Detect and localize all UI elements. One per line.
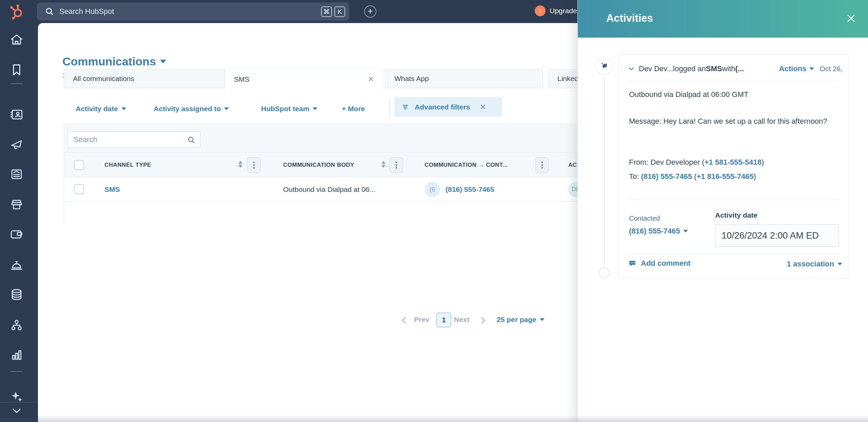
chevron-down-icon	[160, 60, 166, 63]
activity-card-header: Dev Dev... logged an SMS with (... Actio…	[627, 63, 843, 75]
app-window: ⌘ K + ↑ Upgrade	[0, 0, 868, 422]
column-menu-icon[interactable]	[247, 157, 261, 173]
table-row[interactable]: SMS Outbound via Dialpad at 06... (6 (81…	[64, 177, 577, 201]
filter-activity-assigned-to[interactable]: Activity assigned to	[154, 100, 229, 117]
comment-bubble-icon	[628, 259, 637, 268]
shortcut-k-key: K	[334, 6, 345, 17]
collapse-chevron-icon[interactable]	[9, 403, 24, 418]
contacts-book-icon[interactable]	[9, 107, 24, 122]
activity-card: Dev Dev... logged an SMS with (... Actio…	[618, 54, 849, 279]
bar-chart-icon[interactable]	[9, 347, 24, 362]
chevron-right-icon[interactable]	[480, 317, 487, 324]
content-page-icon[interactable]	[9, 167, 24, 182]
close-tab-icon[interactable]: ✕	[368, 75, 374, 84]
next-page-button[interactable]: Next	[454, 316, 470, 324]
to-phone-full-link[interactable]: +1 816-555-7465	[696, 172, 753, 181]
activity-target: (...	[735, 64, 744, 73]
prev-page-button[interactable]: Prev	[414, 316, 430, 324]
bookmark-icon[interactable]	[9, 62, 24, 77]
per-page-dropdown[interactable]: 25 per page	[497, 316, 545, 324]
sidebar-divider	[11, 371, 23, 372]
select-all-checkbox[interactable]	[74, 160, 84, 170]
associations-dropdown[interactable]: 1 association	[787, 260, 842, 268]
home-icon[interactable]	[9, 32, 24, 47]
table-search-input[interactable]	[67, 132, 200, 148]
column-header-activity-assigned[interactable]: ACTIVITY AS	[568, 153, 577, 177]
card-divider	[627, 200, 841, 200]
chevron-left-icon[interactable]	[400, 317, 407, 324]
contacted-label: Contacted	[629, 215, 660, 222]
card-divider	[627, 254, 841, 254]
hubspot-logo-icon[interactable]	[8, 3, 26, 20]
activity-message: Message: Hey Lara! Can we set up a call …	[629, 114, 832, 128]
main-content: Communications 1 record All communicatio…	[38, 23, 577, 422]
row-checkbox[interactable]	[74, 184, 84, 194]
tab-all-communications[interactable]: All communications	[64, 69, 225, 88]
chevron-down-icon	[540, 318, 545, 321]
contacted-dropdown[interactable]: (816) 555-7465	[629, 227, 688, 236]
chevron-down-icon	[837, 263, 842, 265]
filter-divider	[389, 100, 390, 117]
commerce-register-icon[interactable]	[9, 197, 24, 212]
database-icon[interactable]	[9, 287, 24, 302]
cell-channel-type[interactable]: SMS	[104, 177, 120, 201]
search-icon	[187, 136, 196, 144]
timeline-end-dot	[599, 267, 610, 278]
service-bell-icon[interactable]	[9, 258, 24, 273]
tab-linkedin[interactable]: Linked	[548, 69, 577, 88]
card-divider	[629, 81, 839, 81]
to-phone-link[interactable]: (816) 555-7465	[641, 172, 692, 181]
activity-date-input[interactable]	[715, 224, 839, 247]
left-sidebar	[0, 0, 38, 422]
search-icon	[44, 6, 55, 17]
communications-table: CHANNEL TYPE COMMUNICATION BODY COMMUNIC…	[64, 124, 577, 224]
column-menu-icon[interactable]	[390, 157, 403, 173]
current-page-button[interactable]: 1	[436, 313, 451, 327]
activity-subject[interactable]: Dev Dev...	[639, 64, 673, 73]
activity-date-label: Activity date	[715, 211, 757, 219]
create-new-button[interactable]: +	[364, 5, 376, 18]
sort-arrows-icon[interactable]	[381, 161, 386, 168]
tab-whats-app[interactable]: Whats App	[385, 69, 543, 88]
wallet-icon[interactable]	[9, 227, 24, 242]
cell-activity-assigned: DD Dev D	[568, 177, 577, 201]
filter-activity-date[interactable]: Activity date	[76, 100, 126, 117]
tab-sms[interactable]: SMS ✕	[225, 68, 383, 89]
contact-avatar: (6	[425, 182, 440, 197]
activities-panel: Activities Dev Dev... logged an SMS with…	[577, 0, 868, 422]
chevron-down-icon	[683, 230, 688, 233]
close-panel-icon[interactable]	[845, 12, 857, 24]
chevron-down-icon	[809, 67, 814, 70]
activities-panel-header: Activities	[578, 0, 868, 38]
upgrade-link[interactable]: ↑ Upgrade	[535, 5, 577, 16]
page-title[interactable]: Communications	[62, 55, 166, 68]
sidebar-divider	[11, 83, 23, 84]
from-phone-link[interactable]: +1 581-555-5418	[705, 158, 762, 166]
megaphone-icon[interactable]	[9, 137, 24, 152]
activity-from-to: From: Dev Developer (+1 581-555-5418) To…	[629, 155, 764, 184]
pagination: Prev 1 Next 25 per page	[64, 313, 577, 327]
column-header-channel-type[interactable]: CHANNEL TYPE	[104, 153, 151, 177]
chevron-down-icon	[121, 107, 126, 110]
table-header-row: CHANNEL TYPE COMMUNICATION BODY COMMUNIC…	[64, 153, 577, 177]
panel-title: Activities	[606, 12, 653, 24]
more-filters-button[interactable]: + More	[342, 100, 365, 117]
chevron-down-icon	[313, 107, 317, 110]
column-header-communication-body[interactable]: COMMUNICATION BODY	[283, 153, 354, 177]
global-search-input[interactable]	[37, 2, 349, 21]
add-comment-button[interactable]: Add comment	[628, 259, 691, 268]
timeline-sms-badge	[595, 57, 613, 75]
clear-advanced-filters-icon[interactable]: ✕	[479, 102, 486, 112]
advanced-filters-button[interactable]: Advanced filters ✕	[394, 97, 502, 117]
filter-lines-icon	[402, 103, 410, 111]
timeline-line	[604, 76, 605, 268]
activity-summary-line: Outbound via Dialpad at 06:00 GMT	[629, 87, 748, 102]
sort-arrows-icon[interactable]	[238, 161, 242, 168]
filter-hubspot-team[interactable]: HubSpot team	[261, 100, 317, 117]
column-menu-icon[interactable]	[535, 157, 549, 173]
automation-orgchart-icon[interactable]	[9, 318, 24, 333]
actions-dropdown[interactable]: Actions	[779, 64, 814, 73]
collapse-card-chevron-icon[interactable]	[627, 65, 635, 73]
cell-contact[interactable]: (6 (816) 555-7465	[425, 177, 494, 201]
column-header-communication-contact[interactable]: COMMUNICATION → CONT...	[425, 153, 508, 177]
